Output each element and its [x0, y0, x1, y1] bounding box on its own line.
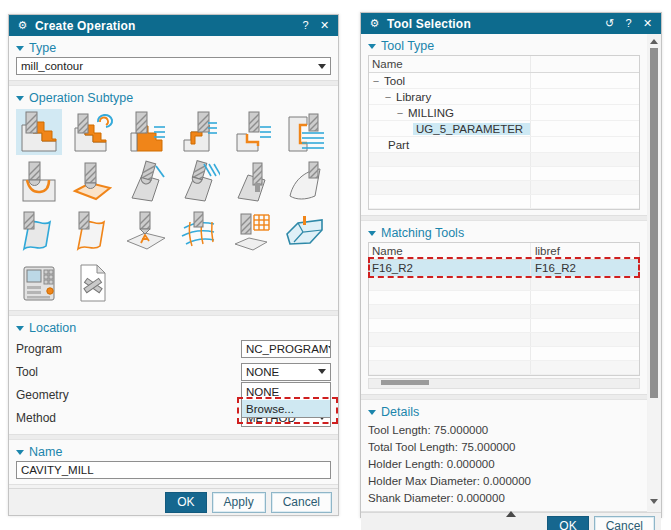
subtype-icon-solid-profile-3d[interactable] — [281, 209, 327, 255]
subtype-icon-zlevel-corner[interactable] — [16, 159, 62, 205]
detail-holder-max-diameter: Holder Max Diameter: 0.000000 — [368, 472, 640, 489]
subtype-icon-contour-area[interactable] — [122, 159, 168, 205]
collapse-triangle-icon — [16, 326, 24, 331]
operation-subtype-section: Operation Subtype — [9, 86, 338, 311]
matching-tools-section: Matching Tools Name libref F16_R2 F16_R2 — [361, 221, 647, 395]
type-combo[interactable]: mill_contour — [16, 57, 331, 75]
chevron-down-icon — [328, 346, 331, 351]
subtype-icon-mill-user[interactable] — [69, 259, 115, 305]
chevron-down-icon — [318, 369, 326, 374]
empty-row — [369, 333, 639, 347]
name-input[interactable]: CAVITY_MILL — [16, 461, 331, 479]
collapse-triangle-icon — [368, 44, 376, 49]
tree-row-tool[interactable]: −Tool — [369, 73, 639, 89]
help-icon[interactable]: ? — [622, 13, 635, 34]
tree-row-milling[interactable]: −MILLING — [369, 105, 639, 121]
program-combo[interactable]: NC_PROGRAM — [241, 340, 331, 358]
tool-selection-dialog: ⚙ Tool Selection ↺ ? ✕ Tool Type Name −T… — [360, 12, 662, 518]
horizontal-scrollbar[interactable] — [368, 378, 640, 389]
subtype-icon-streamline[interactable] — [175, 209, 221, 255]
details-header[interactable]: Details — [368, 403, 640, 421]
tree-row-part[interactable]: Part — [369, 137, 639, 153]
tree-row-label: UG_5_PARAMETER — [413, 123, 530, 135]
tree-row-label: Library — [393, 91, 434, 103]
tree-row-label: MILLING — [405, 107, 457, 119]
subtype-icon-contour-area-directional[interactable] — [228, 159, 274, 205]
matching-row-f16-r2[interactable]: F16_R2 F16_R2 — [369, 260, 639, 277]
name-section-header[interactable]: Name — [16, 443, 331, 461]
tree-empty-rows — [369, 153, 639, 209]
operation-subtype-grid — [16, 107, 331, 305]
subtype-icon-profile-3d-curve[interactable] — [16, 209, 62, 255]
close-icon[interactable]: ✕ — [318, 15, 331, 36]
tool-selection-titlebar[interactable]: ⚙ Tool Selection ↺ ? ✕ — [361, 13, 661, 34]
help-icon[interactable]: ? — [299, 15, 312, 36]
matching-tools-label: Matching Tools — [381, 226, 464, 240]
subtype-icon-zlevel-profile[interactable] — [281, 109, 327, 155]
subtype-icon-contour-profile[interactable] — [69, 209, 115, 255]
subtype-icon-adaptive-milling[interactable] — [69, 109, 115, 155]
vertical-scrollbar-thumb[interactable] — [650, 48, 658, 398]
type-combo-value: mill_contour — [21, 60, 83, 72]
expander-icon[interactable]: − — [383, 91, 393, 103]
empty-row — [369, 277, 639, 291]
close-icon[interactable]: ✕ — [641, 13, 654, 34]
horizontal-scrollbar-thumb[interactable] — [381, 380, 429, 385]
reset-icon[interactable]: ↺ — [603, 13, 616, 34]
dialog-title: Create Operation — [35, 19, 293, 33]
matching-cell-name: F16_R2 — [369, 262, 416, 274]
chevron-down-icon — [318, 64, 326, 69]
tree-row-label: Part — [385, 139, 412, 151]
ok-button[interactable]: OK — [547, 516, 588, 530]
subtype-icon-flowcut-single[interactable] — [281, 159, 327, 205]
scroll-up-icon[interactable] — [648, 36, 660, 46]
name-input-value: CAVITY_MILL — [21, 464, 94, 476]
operation-subtype-header[interactable]: Operation Subtype — [16, 89, 331, 107]
expander-icon[interactable]: − — [371, 75, 381, 87]
empty-row — [369, 167, 639, 181]
cancel-button[interactable]: Cancel — [594, 516, 655, 530]
create-operation-footer: OK Apply Cancel — [9, 488, 338, 515]
tool-combo-value: NONE — [246, 366, 279, 378]
subtype-icon-cavity-mill[interactable] — [16, 109, 62, 155]
dropdown-item-browse[interactable]: Browse... — [242, 400, 330, 417]
subtype-icon-plunge-milling[interactable] — [122, 109, 168, 155]
tree-row-ug-5-parameter[interactable]: UG_5_PARAMETER — [369, 121, 639, 137]
dialog-title: Tool Selection — [387, 17, 597, 31]
location-section-header[interactable]: Location — [16, 319, 331, 337]
gear-icon: ⚙ — [16, 15, 29, 36]
program-combo-value: NC_PROGRAM — [246, 343, 328, 355]
dropdown-item-none[interactable]: NONE — [242, 383, 330, 400]
cancel-button[interactable]: Cancel — [271, 492, 332, 513]
detail-holder-length: Holder Length: 0.000000 — [368, 455, 640, 472]
tree-row-library[interactable]: −Library — [369, 89, 639, 105]
tool-combo[interactable]: NONE — [241, 363, 331, 381]
tool-type-header[interactable]: Tool Type — [368, 37, 640, 55]
empty-row — [369, 181, 639, 195]
matching-tools-header[interactable]: Matching Tools — [368, 224, 640, 242]
empty-row — [369, 305, 639, 319]
collapse-triangle-icon — [16, 450, 24, 455]
expander-icon[interactable]: − — [395, 107, 405, 119]
subtype-icon-corner-rough[interactable] — [175, 109, 221, 155]
resize-grip-icon[interactable] — [506, 511, 516, 517]
subtype-icon-rest-milling[interactable] — [228, 109, 274, 155]
subtype-icon-fixed-contour[interactable] — [69, 159, 115, 205]
name-section: Name CAVITY_MILL — [9, 440, 338, 485]
subtype-icon-contour-surface-area[interactable] — [175, 159, 221, 205]
empty-row — [369, 153, 639, 167]
type-section-header[interactable]: Type — [16, 39, 331, 57]
ok-button[interactable]: OK — [165, 492, 206, 513]
tool-row: Tool NONE — [16, 360, 331, 383]
tree-row-label: Tool — [381, 75, 408, 87]
matching-header-row: Name libref — [369, 243, 639, 260]
subtype-icon-contour-text[interactable] — [122, 209, 168, 255]
matching-empty-rows — [369, 277, 639, 375]
vertical-scrollbar[interactable] — [648, 36, 660, 506]
subtype-icon-surface-area-grid[interactable] — [228, 209, 274, 255]
empty-row — [369, 291, 639, 305]
scroll-down-icon[interactable] — [648, 496, 660, 506]
apply-button[interactable]: Apply — [212, 492, 266, 513]
subtype-icon-mill-control[interactable] — [16, 259, 62, 305]
create-operation-titlebar[interactable]: ⚙ Create Operation ? ✕ — [9, 15, 338, 36]
